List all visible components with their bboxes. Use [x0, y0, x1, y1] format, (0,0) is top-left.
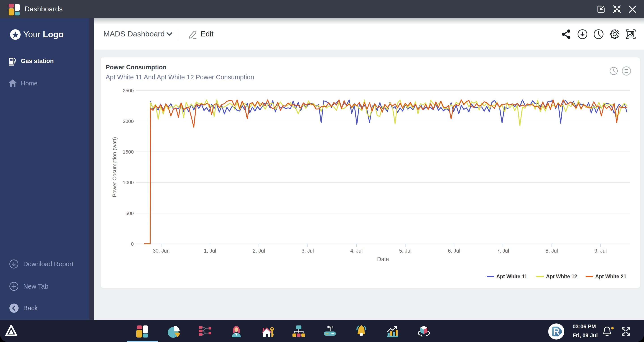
svg-text:2. Jul: 2. Jul — [253, 248, 265, 254]
svg-text:5. Jul: 5. Jul — [399, 248, 412, 254]
svg-text:Apt White 21: Apt White 21 — [595, 274, 626, 279]
svg-text:30. Jun: 30. Jun — [153, 248, 170, 254]
svg-text:1. Jul: 1. Jul — [204, 248, 216, 254]
svg-text:7. Jul: 7. Jul — [497, 248, 509, 254]
svg-text:3. Jul: 3. Jul — [302, 248, 314, 254]
svg-text:1500: 1500 — [123, 149, 134, 155]
svg-text:6. Jul: 6. Jul — [448, 248, 460, 254]
svg-text:Apt White 12: Apt White 12 — [546, 274, 577, 279]
svg-text:Apt White 11: Apt White 11 — [496, 274, 527, 279]
svg-text:500: 500 — [126, 211, 134, 216]
svg-text:8. Jul: 8. Jul — [546, 248, 558, 254]
svg-text:9. Jul: 9. Jul — [594, 248, 607, 254]
svg-text:0: 0 — [131, 241, 134, 247]
svg-text:R: R — [553, 327, 560, 337]
svg-text:4. Jul: 4. Jul — [350, 248, 363, 254]
svg-text:2500: 2500 — [123, 88, 134, 93]
svg-text:2000: 2000 — [123, 118, 134, 124]
svg-text:Power Cosumption (watt): Power Cosumption (watt) — [112, 137, 118, 197]
svg-text:1000: 1000 — [123, 180, 134, 185]
svg-text:Date: Date — [377, 256, 389, 262]
